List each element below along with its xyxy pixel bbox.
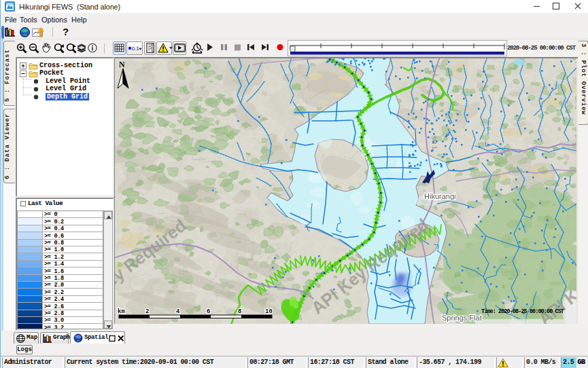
svg-text:0.1: 0.1 bbox=[132, 45, 139, 52]
svg-text:8: 8 bbox=[238, 308, 241, 315]
svg-text:6: 6 bbox=[207, 308, 210, 315]
svg-text:Time: 2020-08-25 00:00:00 CST: Time: 2020-08-25 00:00:00 CST bbox=[481, 308, 564, 315]
svg-text:SH 1: SH 1 bbox=[430, 135, 438, 149]
svg-text:km: km bbox=[118, 308, 125, 315]
svg-text:Springs Flat: Springs Flat bbox=[442, 314, 482, 322]
svg-text:4: 4 bbox=[176, 308, 180, 315]
svg-text:Hikurangi: Hikurangi bbox=[424, 192, 455, 200]
svg-text:10: 10 bbox=[265, 308, 273, 315]
svg-text:N: N bbox=[119, 60, 125, 69]
svg-text:2: 2 bbox=[145, 308, 149, 315]
